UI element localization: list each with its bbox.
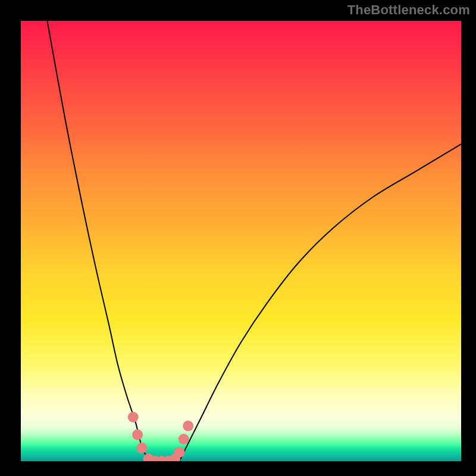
marker-dot xyxy=(178,434,189,444)
right-curve xyxy=(179,144,461,461)
marker-dot xyxy=(128,412,139,422)
left-curve xyxy=(47,21,153,461)
curves-layer xyxy=(21,21,461,461)
watermark-text: TheBottleneck.com xyxy=(347,2,470,18)
bottom-marker-group xyxy=(128,412,194,461)
plot-area xyxy=(21,21,461,461)
marker-dot xyxy=(132,430,143,440)
marker-dot xyxy=(174,447,184,458)
marker-dot xyxy=(183,421,193,431)
marker-dot xyxy=(137,443,148,453)
chart-frame: TheBottleneck.com xyxy=(0,0,476,476)
